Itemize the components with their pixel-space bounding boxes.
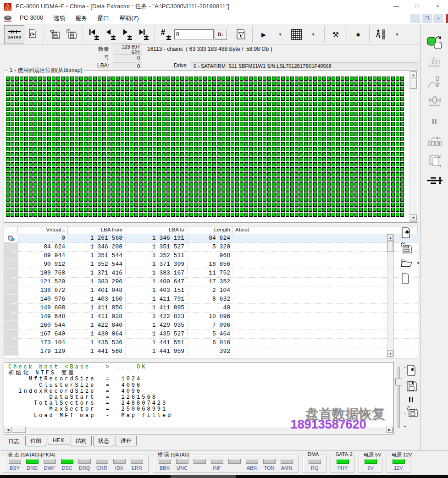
scroll-up-button[interactable]: ▲ [410, 71, 417, 78]
data-copy-button[interactable] [426, 35, 443, 50]
chain-row[interactable]: 89 9441 351 5441 352 511968 [4, 252, 418, 260]
bitmap-vscrollbar[interactable]: ▲ ▼ [409, 71, 417, 222]
run-process-dropdown[interactable]: ▼ [389, 25, 405, 44]
last-chain-button[interactable] [135, 25, 152, 44]
cell-length: 7 096 [188, 321, 233, 330]
start-button[interactable]: ▶ [255, 25, 272, 44]
table-vscrollbar[interactable]: ▲ ▼ [387, 234, 394, 357]
save-map-as-button[interactable] [63, 25, 80, 44]
column-header-virtual[interactable]: Virtual△ [18, 226, 68, 234]
chain-row[interactable]: 149 6081 411 8561 411 89540 [4, 304, 418, 313]
pause-button[interactable] [426, 114, 443, 129]
goto-chain-number-button[interactable]: # [158, 25, 174, 44]
chain-row[interactable]: 173 1041 435 5361 441 5516 016 [4, 339, 418, 347]
tab-hex[interactable]: HEX [48, 436, 69, 445]
column-header-length[interactable]: Length [187, 226, 233, 234]
chain-row[interactable]: 84 6241 346 2081 351 5275 320 [4, 243, 418, 252]
scroll-thumb[interactable] [387, 241, 393, 252]
first-chain-button[interactable] [86, 25, 102, 44]
menu-item-2[interactable]: 服务 [70, 14, 92, 22]
bus-reset-button[interactable] [426, 173, 443, 188]
prev-chain-button[interactable] [102, 25, 119, 44]
scroll-right-button[interactable]: ▶ [386, 427, 393, 433]
column-header-lba-from[interactable]: LBA from [68, 226, 125, 234]
edge-icon-sliver [446, 14, 448, 23]
pause-log-button[interactable] [407, 397, 418, 402]
menu-item-0[interactable]: PC-3000 [15, 14, 48, 22]
chain-row[interactable]: 138 8721 401 0481 403 1512 104 [4, 286, 418, 295]
save-log-as-button[interactable] [407, 406, 418, 419]
build-map-button[interactable] [288, 25, 305, 44]
chain-row[interactable]: 90 9121 352 5441 371 39918 856 [4, 260, 418, 269]
reload-task-button[interactable]: ⟳ [24, 25, 41, 44]
mdi-minimize-button[interactable]: — [410, 14, 420, 23]
tools-button[interactable]: ⚒ [327, 25, 344, 44]
cell-virtual: 84 624 [18, 243, 68, 251]
chain-row[interactable]: 140 9761 403 1601 411 7918 632 [4, 295, 418, 304]
filter-button[interactable] [233, 25, 249, 44]
column-header-about[interactable]: About [233, 226, 418, 234]
led-label: DWF [44, 465, 55, 471]
chain-row[interactable]: 109 7681 371 4161 383 16711 752 [4, 269, 418, 278]
chain-row[interactable]: 121 5201 383 2961 400 64717 352 [4, 278, 418, 286]
row-gutter [4, 321, 18, 330]
jumper-config-button[interactable] [426, 74, 443, 90]
dec-hex-toggle-button[interactable]: D ↓ [215, 29, 227, 40]
app-logo-icon [4, 3, 11, 11]
new-map-button[interactable]: ✱ [401, 227, 420, 238]
open-map-button[interactable]: ▼ [401, 258, 420, 269]
led-label: BSY [10, 465, 20, 471]
svg-text:#: # [161, 28, 165, 36]
new-log-button[interactable]: ✱ [407, 365, 418, 378]
chain-row[interactable]: 167 6401 430 0641 435 5275 464 [4, 330, 418, 339]
save-result-button[interactable] [401, 242, 420, 253]
chain-row[interactable]: 160 5441 422 8401 429 9357 096 [4, 321, 418, 330]
stop-button[interactable]: ■ [350, 25, 366, 44]
reset-counter-button[interactable]: 1↓ RESET [426, 55, 443, 70]
sector-bitmap-grid[interactable] [6, 77, 404, 217]
run-process-button[interactable] [372, 25, 389, 44]
tab-状态[interactable]: 状态 [93, 436, 114, 446]
led-AMN [281, 459, 293, 464]
column-header-lba-to[interactable]: LBA to [125, 226, 187, 234]
close-tasks-button[interactable] [426, 153, 443, 169]
blank-doc-button[interactable] [401, 273, 420, 284]
slider-handle[interactable] [395, 379, 402, 385]
close-button[interactable]: × [427, 0, 448, 13]
mdi-close-button[interactable]: × [433, 14, 443, 23]
save-log-button[interactable] [407, 381, 418, 393]
tab-日志[interactable]: 日志 [4, 436, 24, 446]
cell-virtual: 138 872 [18, 286, 68, 295]
tab-位图[interactable]: 位图 [25, 436, 46, 446]
save-map-button[interactable] [47, 25, 63, 44]
scroll-thumb[interactable] [12, 427, 26, 433]
sector-number-input[interactable] [174, 29, 214, 39]
log-speed-slider[interactable] [398, 367, 400, 428]
led-label: 12V [394, 465, 403, 471]
scroll-thumb[interactable] [410, 79, 417, 89]
port-select-button[interactable]: SATA0 [4, 25, 24, 44]
chain-row[interactable]: 01 261 5681 346 19184 624 [4, 234, 418, 243]
chain-row[interactable]: 149 6481 411 9281 422 82310 896 [4, 313, 418, 321]
cell-lba-from: 1 261 568 [68, 234, 126, 242]
led-label: DRD [27, 465, 38, 471]
row-gutter [4, 330, 18, 338]
scroll-left-button[interactable]: ◀ [5, 427, 11, 433]
scroll-up-button[interactable]: ▲ [387, 234, 393, 241]
next-chain-button[interactable] [119, 25, 135, 44]
heads-map-button[interactable] [426, 94, 443, 110]
tab-进程[interactable]: 进程 [116, 436, 137, 446]
menu-item-4[interactable]: 帮助(Z) [114, 14, 144, 22]
tab-结构[interactable]: 结构 [71, 436, 92, 446]
chain-row[interactable]: 179 1201 441 5681 441 959392 [4, 347, 418, 356]
build-map-dropdown[interactable]: ▼ [305, 25, 321, 44]
menu-item-3[interactable]: 窗口 [92, 14, 114, 22]
maximize-button[interactable]: □ [407, 0, 427, 13]
sector-edit-button[interactable] [426, 133, 443, 149]
start-options-dropdown[interactable]: ▼ [272, 25, 288, 44]
scroll-down-button[interactable]: ▼ [410, 214, 417, 221]
menu-item-1[interactable]: 选项 [48, 14, 70, 22]
scroll-down-button[interactable]: ▼ [387, 350, 393, 357]
mdi-restore-button[interactable]: ❐ [422, 14, 432, 23]
minimize-button[interactable]: — [386, 0, 407, 13]
